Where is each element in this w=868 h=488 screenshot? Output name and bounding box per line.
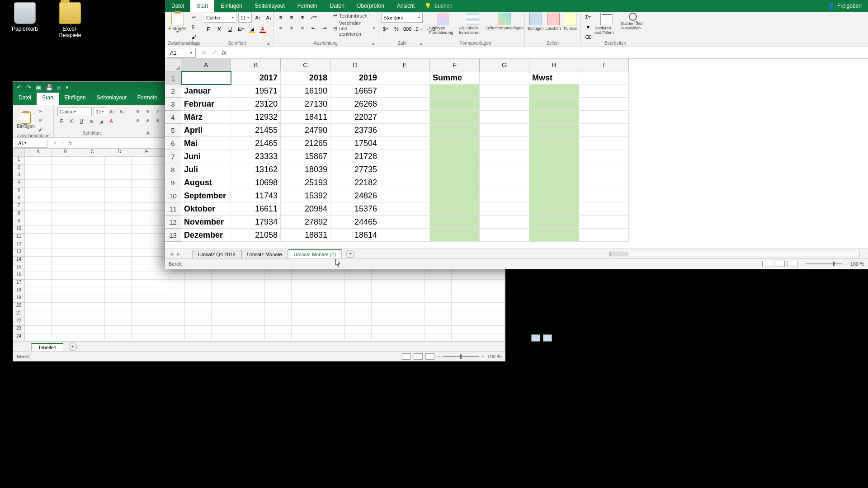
- fg-row-header-1[interactable]: 1: [165, 71, 181, 84]
- fg-italic-button[interactable]: K: [215, 24, 224, 33]
- fg-tab-einfuegen[interactable]: Einfügen: [214, 0, 248, 12]
- fg-sort-filter-button[interactable]: Sortieren und Filtern: [594, 13, 619, 35]
- cell-B3[interactable]: 23120: [231, 98, 281, 111]
- bg-tab-seitenlayout[interactable]: Seitenlayout: [91, 93, 132, 105]
- cell-G8[interactable]: [480, 163, 529, 176]
- cell-C8[interactable]: 18039: [281, 163, 330, 176]
- fg-fill-button[interactable]: ▼: [584, 23, 593, 32]
- fg-clear-button[interactable]: ⌫: [584, 33, 593, 42]
- cell-H1[interactable]: Mwst: [529, 71, 579, 84]
- fg-tab-seitenlayout[interactable]: Seitenlayout: [249, 0, 291, 12]
- cell-C2[interactable]: 16190: [281, 84, 330, 98]
- cell-D8[interactable]: 27735: [330, 163, 380, 176]
- touch-icon[interactable]: ⎚: [57, 84, 61, 91]
- cell-E2[interactable]: [380, 84, 430, 98]
- bg-tab-einfuegen[interactable]: Einfügen: [59, 93, 91, 105]
- fg-zoom-in[interactable]: +: [844, 261, 847, 267]
- panel-icon-1[interactable]: [531, 334, 540, 342]
- floating-panel-icons[interactable]: [531, 334, 552, 342]
- cell-G7[interactable]: [480, 150, 529, 163]
- cell-G4[interactable]: [480, 111, 529, 124]
- cell-E13[interactable]: [380, 229, 430, 242]
- fg-align-left[interactable]: ≡: [276, 23, 285, 33]
- fg-copy-button[interactable]: ⎘: [189, 23, 198, 32]
- bg-align-mid[interactable]: ≡: [144, 107, 152, 115]
- dialog-launcher-icon[interactable]: ◢: [371, 41, 374, 46]
- fg-row-header-6[interactable]: 6: [165, 137, 181, 150]
- fg-fx-button[interactable]: fx: [222, 49, 226, 56]
- fg-align-right[interactable]: ≡: [298, 23, 307, 33]
- cell-H2[interactable]: [529, 84, 579, 98]
- bg-zoom-out[interactable]: −: [437, 354, 440, 359]
- cell-I12[interactable]: [579, 216, 629, 229]
- desktop-recycle-bin[interactable]: Papierkorb: [7, 2, 43, 32]
- fg-col-header-I[interactable]: I: [579, 59, 629, 71]
- cell-E4[interactable]: [380, 111, 430, 124]
- cell-C11[interactable]: 20984: [281, 202, 330, 216]
- cell-A12[interactable]: November: [181, 216, 231, 229]
- cell-H5[interactable]: [529, 124, 579, 137]
- fg-select-all-button[interactable]: [165, 59, 181, 71]
- fg-conditional-formatting-button[interactable]: Bedingte Formatierung: [429, 13, 457, 35]
- fg-sheet-tab-2[interactable]: Umsatz Monate: [241, 250, 288, 258]
- fg-row-header-7[interactable]: 7: [165, 150, 181, 163]
- fg-sheet-nav-next[interactable]: ►: [175, 251, 182, 257]
- cell-D3[interactable]: 26268: [330, 98, 380, 111]
- fg-number-format-dropdown[interactable]: Standard: [381, 13, 423, 23]
- cell-C10[interactable]: 15392: [281, 189, 330, 202]
- fg-view-pagelayout[interactable]: [775, 261, 785, 267]
- fg-orientation-button[interactable]: ⤢: [309, 13, 318, 22]
- fg-align-top[interactable]: ≡: [276, 13, 285, 22]
- fg-col-header-F[interactable]: F: [430, 59, 480, 71]
- cell-H13[interactable]: [529, 229, 579, 242]
- cell-G13[interactable]: [480, 229, 529, 242]
- fg-row-header-9[interactable]: 9: [165, 176, 181, 189]
- fg-merge-center-button[interactable]: ⊟Verbinden und zentrieren: [333, 20, 375, 37]
- bg-view-pagebreak[interactable]: [425, 353, 434, 360]
- bg-cut-button[interactable]: ✂: [37, 107, 45, 115]
- cell-D2[interactable]: 16657: [330, 84, 380, 98]
- cell-A6[interactable]: Mai: [181, 137, 231, 150]
- cell-I13[interactable]: [579, 229, 629, 242]
- bg-sheet-tab[interactable]: Tabelle1: [31, 343, 63, 351]
- fg-row-headers[interactable]: 12345678910111213: [165, 71, 181, 242]
- cell-D4[interactable]: 22027: [330, 111, 380, 124]
- fg-tab-ansicht[interactable]: Ansicht: [391, 0, 421, 12]
- cell-F13[interactable]: [430, 229, 480, 242]
- fg-tab-datei[interactable]: Datei: [165, 0, 190, 12]
- cell-C1[interactable]: 2018: [281, 71, 330, 84]
- cell-D12[interactable]: 24465: [330, 216, 380, 229]
- cell-A8[interactable]: Juli: [181, 163, 231, 176]
- cell-D5[interactable]: 23736: [330, 124, 380, 137]
- cell-A11[interactable]: Oktober: [181, 202, 231, 216]
- fg-format-cells-button[interactable]: Format: [563, 13, 578, 31]
- fg-row-header-13[interactable]: 13: [165, 229, 181, 242]
- cell-D6[interactable]: 17504: [330, 137, 380, 150]
- bg-tab-start[interactable]: Start: [37, 93, 59, 105]
- bg-align-center[interactable]: ≡: [144, 116, 152, 124]
- bg-select-all[interactable]: [13, 149, 25, 157]
- bg-row-headers[interactable]: 1234567891011121314151617181920212223242…: [13, 157, 25, 343]
- cell-F10[interactable]: [430, 189, 480, 202]
- cell-I4[interactable]: [579, 111, 629, 124]
- fg-accounting-button[interactable]: $: [381, 24, 390, 33]
- fg-row-header-10[interactable]: 10: [165, 189, 181, 202]
- cell-H3[interactable]: [529, 98, 579, 111]
- fg-cut-button[interactable]: ✂: [189, 13, 198, 22]
- fg-shrink-font-button[interactable]: A↓: [264, 13, 274, 22]
- bg-align-left[interactable]: ≡: [134, 116, 142, 124]
- fg-col-header-D[interactable]: D: [330, 59, 380, 71]
- fg-formatpainter-button[interactable]: 🖌: [189, 33, 198, 42]
- bg-fx-label[interactable]: fx: [68, 141, 72, 146]
- fg-grow-font-button[interactable]: A↑: [254, 13, 263, 22]
- dialog-launcher-icon[interactable]: ◢: [266, 41, 269, 46]
- fg-comma-button[interactable]: 000: [403, 24, 412, 33]
- fg-font-color-button[interactable]: A: [258, 24, 267, 33]
- cell-I11[interactable]: [579, 202, 629, 216]
- cell-D13[interactable]: 18614: [330, 229, 380, 242]
- cell-A4[interactable]: März: [181, 111, 231, 124]
- bg-fill-color-button[interactable]: ◢: [97, 117, 105, 125]
- fg-cells-area[interactable]: 201720182019SummeMwstJanuar1957116190166…: [181, 71, 868, 249]
- fg-formula-input[interactable]: [231, 49, 864, 56]
- cell-H12[interactable]: [529, 216, 579, 229]
